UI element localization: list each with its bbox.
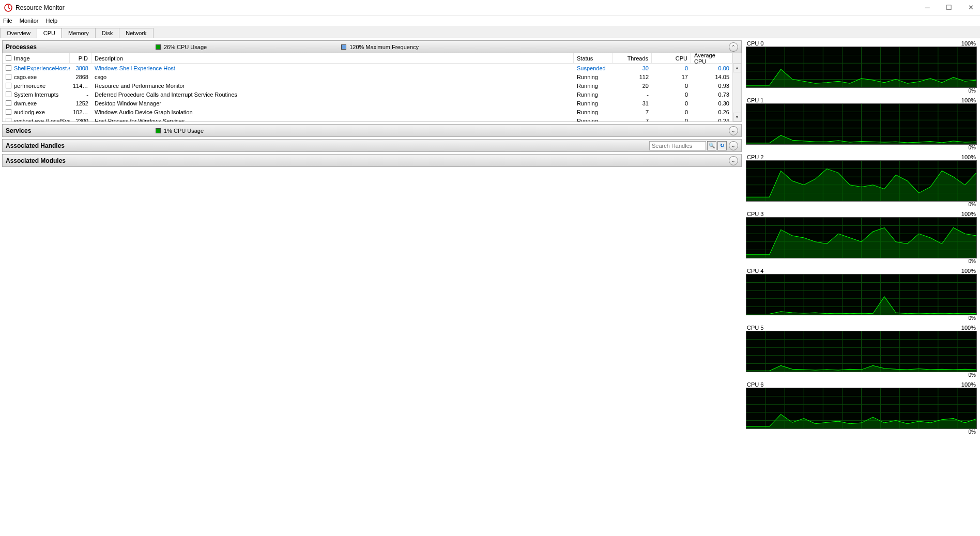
window-title: Resource Monitor xyxy=(16,4,922,11)
tab-overview[interactable]: Overview xyxy=(0,28,37,38)
cpu-chart: CPU 5100%0% xyxy=(746,325,977,378)
search-icon[interactable]: 🔍 xyxy=(707,141,716,150)
chart-min-label: 0% xyxy=(746,145,977,150)
chart-max-label: 100% xyxy=(961,325,976,331)
chart-max-label: 100% xyxy=(961,211,976,217)
checkbox[interactable] xyxy=(6,83,11,88)
checkbox[interactable] xyxy=(6,118,11,121)
chart-area xyxy=(746,160,977,202)
scroll-down-icon[interactable]: ▼ xyxy=(733,113,741,121)
table-row[interactable]: System Interrupts-Deferred Procedure Cal… xyxy=(3,90,741,99)
process-status: Running xyxy=(574,74,612,80)
col-desc[interactable]: Description xyxy=(91,53,574,63)
chart-min-label: 0% xyxy=(746,202,977,207)
app-icon xyxy=(4,4,12,12)
tab-cpu[interactable]: CPU xyxy=(37,28,62,38)
process-cpu: 0 xyxy=(652,109,691,115)
chart-area xyxy=(746,217,977,258)
chart-min-label: 0% xyxy=(746,315,977,321)
process-threads: 7 xyxy=(612,109,652,115)
table-row[interactable]: svchost.exe (LocalSystemNet...2300Host P… xyxy=(3,116,741,121)
process-threads: 112 xyxy=(612,74,652,80)
process-image: dwm.exe xyxy=(14,100,37,106)
process-status: Running xyxy=(574,91,612,98)
process-status: Running xyxy=(574,118,612,122)
maximize-button[interactable]: ☐ xyxy=(944,3,954,13)
collapse-icon[interactable]: ⌃ xyxy=(729,42,738,52)
scrollbar[interactable]: ▲ ▼ xyxy=(732,64,741,121)
expand-icon[interactable]: ⌄ xyxy=(729,156,738,165)
charts-pane: CPU 0100%0%CPU 1100%0%CPU 2100%0%CPU 310… xyxy=(745,38,980,536)
process-avgcpu: 0.00 xyxy=(691,65,732,71)
scroll-up-icon[interactable]: ▲ xyxy=(733,64,741,72)
col-threads[interactable]: Threads xyxy=(612,53,652,63)
refresh-icon[interactable]: ↻ xyxy=(717,141,727,150)
table-row[interactable]: ShellExperienceHost.exe3808Windows Shell… xyxy=(3,64,741,72)
max-freq-label: 120% Maximum Frequency xyxy=(349,44,419,50)
checkbox[interactable] xyxy=(6,65,11,71)
table-row[interactable]: audiodg.exe10220Windows Audio Device Gra… xyxy=(3,108,741,116)
chart-min-label: 0% xyxy=(746,88,977,94)
process-avgcpu: 0.24 xyxy=(691,118,732,122)
process-desc: Desktop Window Manager xyxy=(91,100,574,106)
services-cpu-box xyxy=(156,128,161,133)
close-button[interactable]: ✕ xyxy=(966,3,976,13)
titlebar: Resource Monitor ─ ☐ ✕ xyxy=(0,0,980,16)
process-avgcpu: 0.73 xyxy=(691,91,732,98)
process-desc: Windows Audio Device Graph Isolation xyxy=(91,109,574,115)
col-status[interactable]: Status xyxy=(574,53,612,63)
chart-max-label: 100% xyxy=(961,154,976,160)
modules-title: Associated Modules xyxy=(6,157,698,164)
col-pid[interactable]: PID xyxy=(70,53,91,63)
services-header[interactable]: Services 1% CPU Usage ⌄ xyxy=(2,124,742,137)
checkbox-all[interactable] xyxy=(6,55,11,61)
chart-min-label: 0% xyxy=(746,429,977,435)
modules-header[interactable]: Associated Modules ⌄ xyxy=(2,154,742,167)
handles-title: Associated Handles xyxy=(6,142,618,149)
chart-title: CPU 3 xyxy=(747,211,763,217)
process-cpu: 0 xyxy=(652,100,691,106)
processes-table: Image PID Description Status Threads CPU… xyxy=(2,53,742,122)
tab-network[interactable]: Network xyxy=(119,28,153,38)
tab-memory[interactable]: Memory xyxy=(62,28,96,38)
table-row[interactable]: dwm.exe1252Desktop Window ManagerRunning… xyxy=(3,99,741,108)
processes-header[interactable]: Processes 26% CPU Usage 120% Maximum Fre… xyxy=(2,40,742,53)
chart-area xyxy=(746,47,977,88)
process-desc: Windows Shell Experience Host xyxy=(91,65,574,71)
chart-max-label: 100% xyxy=(961,381,976,388)
col-cpu[interactable]: CPU xyxy=(652,53,691,63)
process-threads: 30 xyxy=(612,65,652,71)
menu-help[interactable]: Help xyxy=(45,18,57,24)
process-cpu: 17 xyxy=(652,74,691,80)
chart-max-label: 100% xyxy=(961,97,976,103)
handles-header[interactable]: Associated Handles 🔍 ↻ ⌄ xyxy=(2,139,742,152)
chart-min-label: 0% xyxy=(746,258,977,264)
col-avgcpu[interactable]: Average CPU xyxy=(691,53,732,63)
expand-icon[interactable]: ⌄ xyxy=(729,126,738,135)
process-desc: Deferred Procedure Calls and Interrupt S… xyxy=(91,91,574,98)
menu-monitor[interactable]: Monitor xyxy=(20,18,39,24)
process-pid: 2300 xyxy=(70,118,91,122)
process-desc: Resource and Performance Monitor xyxy=(91,83,574,89)
table-row[interactable]: csgo.exe2868csgoRunning1121714.05 xyxy=(3,72,741,81)
checkbox[interactable] xyxy=(6,74,11,80)
chart-area xyxy=(746,388,977,429)
process-avgcpu: 14.05 xyxy=(691,74,732,80)
expand-icon[interactable]: ⌄ xyxy=(729,141,738,150)
minimize-button[interactable]: ─ xyxy=(922,3,932,13)
checkbox[interactable] xyxy=(6,109,11,115)
process-avgcpu: 0.26 xyxy=(691,109,732,115)
search-handles-input[interactable] xyxy=(649,141,706,150)
checkbox[interactable] xyxy=(6,91,11,97)
processes-title: Processes xyxy=(6,43,125,51)
checkbox[interactable] xyxy=(6,100,11,106)
process-avgcpu: 0.30 xyxy=(691,100,732,106)
col-image[interactable]: Image xyxy=(3,53,70,63)
process-image: svchost.exe (LocalSystemNet... xyxy=(14,118,70,122)
process-status: Running xyxy=(574,83,612,89)
menu-file[interactable]: File xyxy=(3,18,12,24)
process-image: audiodg.exe xyxy=(14,109,45,115)
tab-disk[interactable]: Disk xyxy=(95,28,119,38)
cpu-chart: CPU 1100%0% xyxy=(746,97,977,150)
table-row[interactable]: perfmon.exe11412Resource and Performance… xyxy=(3,81,741,90)
